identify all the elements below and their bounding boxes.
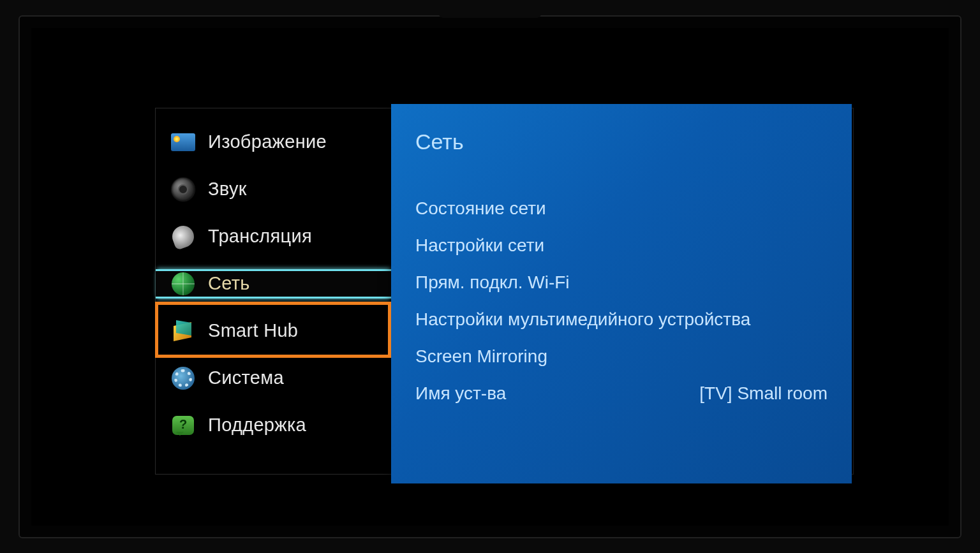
sidebar-item-sound[interactable]: Звук <box>170 175 392 204</box>
sidebar-item-smarthub[interactable]: Smart Hub <box>170 316 392 346</box>
sidebar-item-label: Трансляция <box>208 226 312 247</box>
sidebar-item-label: Изображение <box>208 131 327 152</box>
sidebar-item-support[interactable]: Поддержка <box>170 411 392 440</box>
broadcast-icon <box>170 223 197 250</box>
panel-item-label: Состояние сети <box>415 198 546 219</box>
sidebar-item-network[interactable]: Сеть <box>156 269 392 299</box>
tv-notch <box>439 10 541 18</box>
panel-item-device-name[interactable]: Имя уст-ва [TV] Small room <box>415 375 828 412</box>
panel-item-label: Имя уст-ва <box>415 383 506 404</box>
sidebar-item-label: Звук <box>208 179 247 200</box>
panel-item-wifi-direct[interactable]: Прям. подкл. Wi-Fi <box>415 264 828 301</box>
sidebar-item-label: Поддержка <box>208 415 306 436</box>
tv-screen: Изображение Звук Трансляция Сеть Smart H <box>75 73 905 481</box>
sidebar-item-picture[interactable]: Изображение <box>170 128 392 157</box>
sound-icon <box>170 176 197 203</box>
smarthub-icon <box>170 318 197 344</box>
picture-icon <box>170 129 197 156</box>
sidebar-item-system[interactable]: Система <box>170 364 392 393</box>
sidebar-item-label: Smart Hub <box>208 320 298 341</box>
sidebar-item-label: Система <box>208 367 284 388</box>
panel-item-value: [TV] Small room <box>699 383 828 404</box>
panel-item-label: Настройки мультимедийного устройства <box>415 309 750 330</box>
panel-item-label: Настройки сети <box>415 235 544 256</box>
settings-sidebar: Изображение Звук Трансляция Сеть Smart H <box>156 128 392 440</box>
panel-item-screen-mirroring[interactable]: Screen Mirroring <box>415 338 828 375</box>
panel-item-network-settings[interactable]: Настройки сети <box>415 227 828 264</box>
panel-item-network-status[interactable]: Состояние сети <box>415 190 828 227</box>
gear-icon <box>170 365 197 392</box>
sidebar-item-broadcast[interactable]: Трансляция <box>170 222 392 251</box>
panel-title: Сеть <box>415 129 828 154</box>
panel-item-multimedia-device[interactable]: Настройки мультимедийного устройства <box>415 301 828 338</box>
support-icon <box>170 412 197 439</box>
network-details-panel: Сеть Состояние сети Настройки сети Прям.… <box>391 104 852 483</box>
panel-item-label: Прям. подкл. Wi-Fi <box>415 272 570 293</box>
panel-item-label: Screen Mirroring <box>415 346 547 367</box>
network-globe-icon <box>170 270 197 297</box>
tv-frame: Изображение Звук Трансляция Сеть Smart H <box>19 15 961 538</box>
sidebar-item-label: Сеть <box>208 273 250 294</box>
